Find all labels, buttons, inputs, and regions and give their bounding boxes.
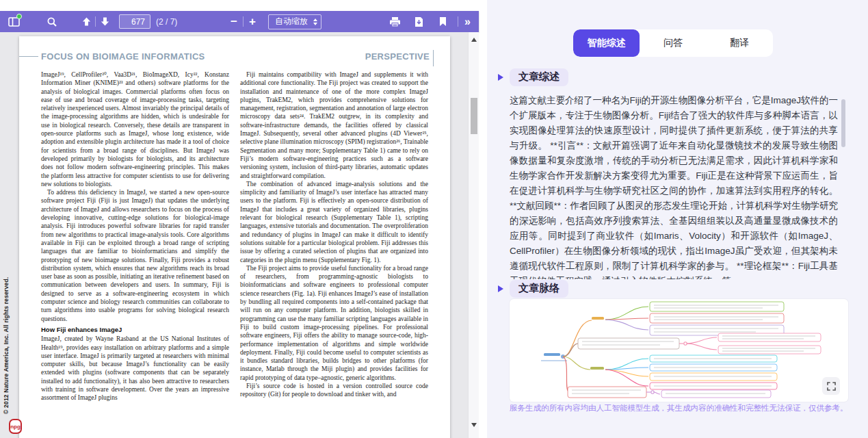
pdf-page: FOCUS ON BIOIMAGE INFORMATICS PERSPECTIV… <box>19 36 450 438</box>
paragraph: To address this deficiency in ImageJ, we… <box>41 188 229 323</box>
pdf-viewer-canvas[interactable]: FOCUS ON BIOIMAGE INFORMATICS PERSPECTIV… <box>0 32 479 438</box>
section-heading: How Fiji enhances ImageJ <box>41 326 229 334</box>
tab-qa[interactable]: 问答 <box>640 29 706 57</box>
paragraph: Fiji’s source code is hosted in a versio… <box>240 382 428 399</box>
app-window: (2 / 7) − + 自动缩放 <box>0 0 868 438</box>
summary-scrollbar-thumb[interactable] <box>841 99 845 147</box>
page-banner: FOCUS ON BIOIMAGE INFORMATICS PERSPECTIV… <box>41 51 430 62</box>
paragraph: ImageJ¹⁹, CellProfiler²⁰, Vaa3D²¹, BioIm… <box>41 70 229 188</box>
bookmark-icon <box>438 16 447 27</box>
expand-mindmap-button[interactable] <box>822 377 840 395</box>
page-count-label: (2 / 7) <box>156 17 177 27</box>
focus-banner: FOCUS ON BIOIMAGE INFORMATICS <box>41 51 205 62</box>
summary-section-header: 文章综述 <box>498 68 568 86</box>
zoom-out-button[interactable]: − <box>225 13 243 31</box>
assistant-tabs: 智能综述 问答 翻译 <box>573 29 773 57</box>
article-summary-text[interactable]: 这篇文献主要介绍了一种名为Fiji的开源生物图像分析平台，它是ImageJ软件的… <box>510 93 838 279</box>
perspective-banner: PERSPECTIVE <box>365 51 430 62</box>
printer-icon <box>389 16 401 27</box>
pdf-scrollbar[interactable] <box>468 32 479 438</box>
page-number-input[interactable] <box>119 14 150 29</box>
print-button[interactable] <box>386 13 404 31</box>
search-button[interactable] <box>43 13 61 31</box>
pdf-viewer-section: (2 / 7) − + 自动缩放 <box>0 0 487 438</box>
summary-section-title: 文章综述 <box>510 68 568 86</box>
download-button[interactable] <box>410 13 428 31</box>
page-columns: ImageJ¹⁹, CellProfiler²⁰, Vaa3D²¹, BioIm… <box>41 70 428 402</box>
zoom-mode-select[interactable]: 自动缩放 <box>268 14 321 29</box>
bookmark-button[interactable] <box>434 13 451 31</box>
tab-smart-summary[interactable]: 智能综述 <box>573 29 640 57</box>
ai-disclaimer: 服务生成的所有内容均由人工智能模型生成，其生成内容的准确性和完整性无法保证，仅供… <box>510 403 862 413</box>
ai-assistant-panel: 智能综述 问答 翻译 文章综述 这篇文献主要介绍了一种名为Fiji的开源生物图像… <box>487 0 868 438</box>
scroll-up-icon[interactable] <box>471 38 477 42</box>
mindmap-figure <box>510 299 848 402</box>
fullscreen-icon <box>827 382 836 391</box>
more-tools-button[interactable]: » <box>458 13 476 31</box>
collapse-triangle-icon[interactable] <box>498 285 503 292</box>
zoom-in-button[interactable]: + <box>244 13 261 31</box>
previous-page-button[interactable] <box>77 13 95 31</box>
scroll-down-icon[interactable] <box>471 423 477 427</box>
npg-logo: npg <box>9 419 22 434</box>
next-page-button[interactable] <box>96 13 114 31</box>
paragraph: Fiji maintains compatibility with ImageJ… <box>240 70 428 180</box>
page-header-rule <box>19 56 38 57</box>
paragraph: The Fiji project aims to provide useful … <box>240 264 428 382</box>
sidebar-toggle-badge <box>16 14 22 19</box>
download-icon <box>414 16 424 27</box>
paragraph: ImageJ, created by Wayne Rasband at the … <box>41 335 229 402</box>
page-header-rule <box>433 50 434 66</box>
zoom-mode-value: 自动缩放 <box>275 16 308 27</box>
sidebar-toggle-button[interactable] <box>5 13 23 31</box>
structure-section-header: 文章脉络 <box>498 280 568 298</box>
left-column: ImageJ¹⁹, CellProfiler²⁰, Vaa3D²¹, BioIm… <box>41 70 229 402</box>
collapse-triangle-icon[interactable] <box>498 74 503 81</box>
paragraph: The combination of advanced image-analys… <box>240 180 428 264</box>
tab-translate[interactable]: 翻译 <box>707 29 773 57</box>
pdf-toolbar: (2 / 7) − + 自动缩放 <box>0 11 479 32</box>
arrow-up-icon <box>81 16 92 27</box>
select-spinner-icon <box>313 18 317 25</box>
search-icon <box>47 16 57 27</box>
article-structure-card <box>510 299 848 402</box>
structure-section-title: 文章脉络 <box>510 280 568 298</box>
right-column: Fiji maintains compatibility with ImageJ… <box>240 70 428 402</box>
copyright-sidebar-text: © 2012 Nature America, Inc. All rights r… <box>3 277 10 414</box>
arrow-down-icon <box>100 16 110 27</box>
pdf-scrollbar-thumb[interactable] <box>471 98 477 134</box>
